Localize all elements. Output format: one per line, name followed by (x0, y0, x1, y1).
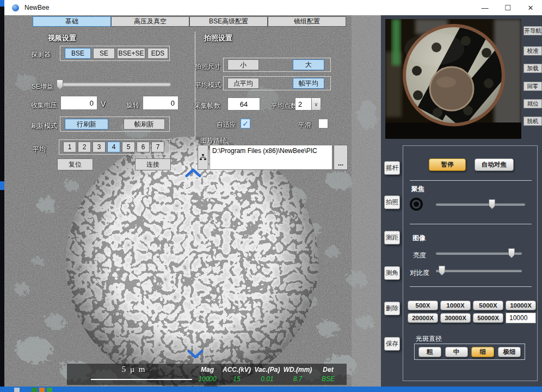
spot-coarse-button[interactable]: 粗 (418, 347, 441, 357)
point-average-button[interactable]: 点平均 (227, 78, 259, 89)
desktop-accent (0, 0, 4, 7)
browse-button[interactable]: ... (334, 145, 348, 170)
mag-20000x-button[interactable]: 20000X (408, 313, 438, 323)
contrast-slider[interactable] (436, 266, 522, 275)
maximize-button[interactable]: ☐ (496, 0, 519, 15)
detector-bse-button[interactable]: BSE (65, 48, 91, 59)
collapse-down-icon[interactable] (187, 350, 204, 359)
windows-taskbar[interactable] (0, 387, 542, 392)
nav-load-button[interactable]: 加载 (523, 64, 542, 73)
slider-thumb[interactable] (508, 248, 515, 258)
smooth-checkbox[interactable] (318, 119, 328, 128)
tab-hv-vacuum[interactable]: 高压及真空 (111, 16, 189, 27)
mag-50000x-button[interactable]: 50000X (473, 313, 503, 323)
frame-average-button[interactable]: 帧平均 (293, 78, 324, 89)
focus-slider[interactable] (436, 199, 525, 209)
slider-track[interactable] (436, 270, 522, 272)
mag-input[interactable]: 10000 (506, 313, 536, 323)
nav-in-position-button[interactable]: 就位 (523, 99, 542, 108)
nav-calibrate-button[interactable]: 校准 (523, 46, 542, 56)
collect-voltage-input[interactable]: 0 (60, 96, 97, 110)
tool-joystick-button[interactable]: 摇杆 (384, 161, 400, 175)
mag-1000x-button[interactable]: 1000X (440, 301, 471, 310)
nav-return-zero-button[interactable]: 回零 (523, 82, 542, 91)
spot-fine-button[interactable]: 细 (471, 347, 494, 357)
size-small-button[interactable]: 小 (227, 59, 259, 70)
average-1-button[interactable]: 1 (63, 142, 76, 152)
tree-icon (200, 154, 206, 161)
refresh-line-button[interactable]: 行刷新 (65, 119, 108, 130)
connect-button[interactable]: 连接 (135, 158, 171, 170)
refresh-frame-button[interactable]: 帧刷新 (124, 119, 165, 130)
tab-label: 镜组配置 (294, 17, 320, 26)
refresh-mode-label: 刷新模式 (31, 121, 57, 131)
average-6-button[interactable]: 6 (137, 142, 150, 152)
image-section-label: 图像 (412, 234, 426, 243)
refresh-mode-group: 行刷新 帧刷新 (60, 117, 170, 132)
tool-measure-distance-button[interactable]: 测距 (384, 231, 400, 244)
tool-measure-angle-button[interactable]: 测角 (384, 266, 400, 280)
taskbar-icon[interactable] (39, 388, 45, 392)
taskbar-icon[interactable] (47, 388, 52, 392)
rotation-input[interactable]: 0 (143, 96, 178, 110)
points-combo[interactable]: 2 ∨ (295, 97, 321, 111)
tab-lens-config[interactable]: 镜组配置 (268, 16, 346, 27)
slider-thumb[interactable] (57, 79, 63, 89)
points-label: 平均点数 (271, 101, 297, 111)
average-2-button[interactable]: 2 (78, 142, 91, 152)
mag-30000x-button[interactable]: 30000X (440, 313, 471, 323)
average-3-button[interactable]: 3 (93, 142, 106, 152)
slider-track[interactable] (436, 203, 525, 206)
nav-offline-button[interactable]: 脱机 (523, 117, 542, 126)
photo-size-group: 小 大 (223, 58, 331, 72)
spot-extra-fine-button[interactable]: 极细 (498, 347, 521, 357)
minimize-button[interactable]: — (473, 0, 496, 15)
reset-button[interactable]: 复位 (57, 158, 93, 170)
average-5-button[interactable]: 5 (122, 142, 135, 152)
autofocus-button[interactable]: 自动对焦 (475, 158, 514, 171)
tab-basic[interactable]: 基础 (33, 16, 111, 27)
tool-photo-button[interactable]: 拍照 (384, 195, 400, 209)
path-input[interactable]: D:\Program Files (x86)\NewBee\PIC (210, 145, 332, 170)
chevron-down-icon[interactable]: ∨ (311, 97, 321, 111)
tool-delete-button[interactable]: 删除 (384, 302, 400, 315)
focus-record-icon[interactable] (410, 198, 423, 211)
slider-thumb[interactable] (439, 266, 445, 275)
detector-se-button[interactable]: SE (93, 48, 115, 59)
divider (410, 286, 532, 287)
close-button[interactable]: ✕ (519, 0, 542, 15)
pause-button[interactable]: 暂停 (429, 158, 466, 171)
detector-eds-button[interactable]: EDS (147, 48, 168, 59)
adaptive-label: 自适应 (217, 120, 236, 130)
photo-settings-title: 拍照设置 (204, 33, 232, 43)
detector-bse-se-button[interactable]: BSE+SE (117, 48, 145, 59)
se-gain-slider[interactable] (58, 79, 171, 89)
points-value: 2 (295, 97, 311, 111)
scale-bar-text: 5 μ m (93, 365, 175, 374)
path-tree-icon[interactable] (198, 145, 208, 170)
frames-input[interactable]: 64 (227, 97, 260, 111)
spot-medium-button[interactable]: 中 (445, 347, 468, 357)
control-box: 暂停 自动对焦 聚焦 图像 亮度 对比度 500X 10 (403, 145, 538, 381)
taskbar-icon[interactable] (32, 388, 37, 392)
tool-save-button[interactable]: 保存 (384, 337, 400, 351)
mag-500x-button[interactable]: 500X (408, 301, 438, 310)
average-4-button[interactable]: 4 (107, 142, 120, 152)
mag-5000x-button[interactable]: 5000X (473, 301, 503, 310)
mag-10000x-button[interactable]: 10000X (506, 301, 536, 310)
app-icon (12, 4, 19, 11)
rotation-label: 旋转 (126, 101, 139, 110)
frames-label: 采集帧数 (194, 101, 220, 111)
avg-mode-group: 点平均 帧平均 (223, 76, 331, 90)
tab-bse-advanced[interactable]: BSE高级配置 (189, 16, 268, 27)
nav-open-navigation-button[interactable]: 开导航 (523, 26, 542, 35)
slider-track[interactable] (58, 82, 171, 87)
collapse-up-icon[interactable] (185, 168, 201, 177)
taskbar-icon[interactable] (14, 388, 20, 392)
brightness-slider[interactable] (436, 248, 522, 258)
adaptive-checkbox[interactable]: ✓ (241, 119, 250, 128)
size-large-button[interactable]: 大 (293, 59, 324, 70)
window-title: NewBee (24, 4, 49, 11)
average-7-button[interactable]: 7 (151, 142, 164, 152)
slider-thumb[interactable] (489, 199, 495, 209)
